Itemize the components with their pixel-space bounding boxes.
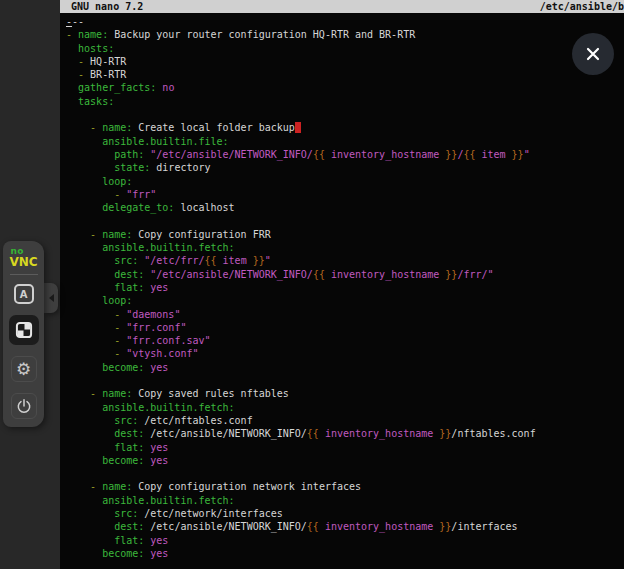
code-line: ansible.builtin.file: — [66, 135, 624, 148]
code-line: src: /etc/nftables.conf — [66, 414, 624, 427]
panel-buttons: A ⚙ — [9, 284, 39, 419]
fullscreen-button[interactable] — [9, 315, 39, 345]
code-line: dest: /etc/ansible/NETWORK_INFO/{{ inven… — [66, 427, 624, 440]
chevron-left-icon — [49, 294, 54, 302]
code-line: state: directory — [66, 161, 624, 174]
power-icon — [15, 397, 33, 415]
code-line: loop: — [66, 294, 624, 307]
code-line — [66, 467, 624, 480]
close-icon — [585, 46, 601, 62]
code-line: path: "/etc/ansible/NETWORK_INFO/{{ inve… — [66, 148, 624, 161]
code-line: become: yes — [66, 454, 624, 467]
nano-app-title: GNU nano 7.2 — [71, 0, 143, 13]
novnc-control-panel: no VNC A ⚙ — [3, 241, 44, 427]
code-line: src: "/etc/frr/{{ item }}" — [66, 254, 624, 267]
keyboard-button[interactable]: A — [14, 284, 34, 304]
code-line: gather_facts: no — [66, 81, 624, 94]
code-line: - name: Copy configuration network inter… — [66, 480, 624, 493]
fullscreen-icon — [14, 320, 34, 340]
power-button[interactable] — [11, 393, 37, 419]
code-line: src: /etc/network/interfaces — [66, 507, 624, 520]
code-line: dest: /etc/ansible/NETWORK_INFO/{{ inven… — [66, 520, 624, 533]
code-line: - name: Copy configuration FRR — [66, 228, 624, 241]
nano-titlebar: GNU nano 7.2 /etc/ansible/b — [60, 0, 624, 13]
code-line: loop: — [66, 175, 624, 188]
code-line: - name: Create local folder backup — [66, 121, 624, 134]
code-line: - BR-RTR — [66, 68, 624, 81]
code-line — [66, 108, 624, 121]
code-line: ansible.builtin.fetch: — [66, 241, 624, 254]
code-line: - name: Backup your router configuration… — [66, 28, 624, 41]
gear-icon: ⚙ — [16, 361, 31, 378]
novnc-logo: no VNC — [9, 247, 37, 268]
panel-divider — [10, 274, 38, 275]
code-line: - "frr" — [66, 188, 624, 201]
keyboard-icon: A — [14, 284, 34, 304]
code-line — [66, 374, 624, 387]
code-line: hosts: — [66, 42, 624, 55]
code-line: flat: yes — [66, 281, 624, 294]
code-line: dest: "/etc/ansible/NETWORK_INFO/{{ inve… — [66, 268, 624, 281]
code-line: become: yes — [66, 361, 624, 374]
close-button[interactable] — [572, 33, 614, 75]
code-line — [66, 214, 624, 227]
code-line: ansible.builtin.fetch: — [66, 401, 624, 414]
code-line: - "frr.conf" — [66, 321, 624, 334]
settings-button[interactable]: ⚙ — [11, 356, 37, 382]
code-line: delegate_to: localhost — [66, 201, 624, 214]
code-line: --- — [66, 15, 624, 28]
code-line: become: yes — [66, 547, 624, 560]
novnc-logo-bottom: VNC — [9, 256, 37, 268]
panel-collapse-handle[interactable] — [44, 283, 58, 313]
code-line: tasks: — [66, 95, 624, 108]
code-line: flat: yes — [66, 441, 624, 454]
code-line: - HQ-RTR — [66, 55, 624, 68]
terminal-screen[interactable]: GNU nano 7.2 /etc/ansible/b ---- name: B… — [60, 0, 624, 569]
code-area[interactable]: ---- name: Backup your router configurat… — [66, 15, 624, 569]
code-line: ansible.builtin.fetch: — [66, 494, 624, 507]
nano-file-path: /etc/ansible/b — [540, 0, 624, 13]
page: { "titlebar": { "app": "GNU nano 7.2", "… — [0, 0, 624, 569]
code-line: flat: yes — [66, 534, 624, 547]
code-line: - "frr.conf.sav" — [66, 334, 624, 347]
code-line: - "vtysh.conf" — [66, 347, 624, 360]
code-line: - "daemons" — [66, 308, 624, 321]
code-line: - name: Copy saved rules nftables — [66, 387, 624, 400]
